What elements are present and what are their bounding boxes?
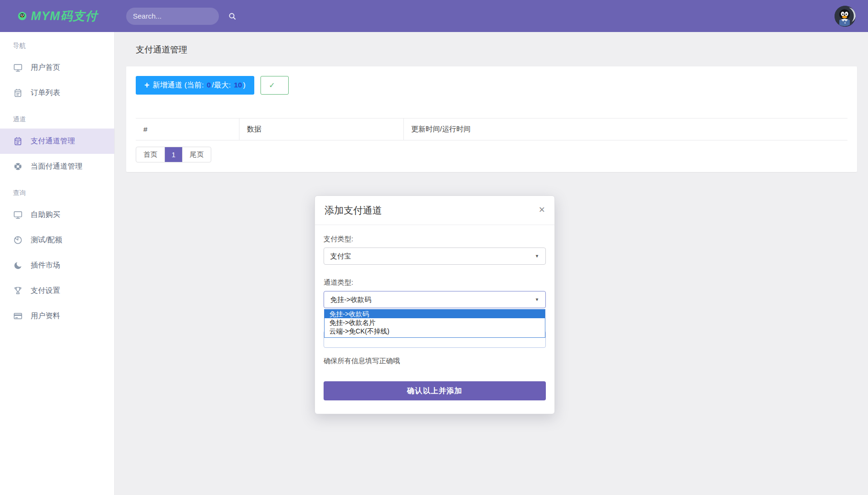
channel-type-select-wrap: 免挂->收款码 ▼ 免挂->收款码 免挂->收款名片 云端->免CK(不掉线) [324,291,546,308]
channel-type-value: 免挂->收款码 [330,295,371,304]
record-count-badge: ✓ [260,76,289,95]
sidebar-section-query: 查询 [0,179,114,202]
moon-icon [13,260,23,270]
payment-type-label: 支付类型: [324,235,546,244]
max-count: 10 [233,81,243,89]
table-header-row: # 数据 更新时间/运行时间 [136,118,847,140]
sidebar-item-test-quota[interactable]: 测试/配额 [0,227,114,253]
sidebar-item-self-buy[interactable]: 自助购买 [0,202,114,227]
search-box [126,8,219,25]
sidebar-item-label: 支付通道管理 [31,136,75,146]
logo-icon [17,11,27,21]
payment-type-value: 支付宝 [330,252,351,261]
sidebar-item-label: 自助购买 [31,210,60,220]
payment-type-select[interactable]: 支付宝 ▼ [324,248,546,265]
channel-table: # 数据 更新时间/运行时间 [136,118,847,140]
check-icon: ✓ [269,81,275,90]
dropdown-option-3[interactable]: 云端->免CK(不掉线) [325,327,545,335]
sidebar-item-label: 当面付通道管理 [31,161,83,172]
page-title: 支付通道管理 [136,44,868,55]
add-channel-label: 新增通道 (当前: 0/最大: 10) [153,80,246,90]
pagination-last[interactable]: 尾页 [182,147,211,162]
monitor-icon [13,63,23,73]
sidebar-section-channel: 通道 [0,106,114,129]
search-icon[interactable] [228,12,237,21]
top-navbar: MYM码支付 [0,0,868,32]
current-count: 0 [206,81,212,89]
dropdown-option-1[interactable]: 免挂->收款码 [325,310,545,318]
sidebar-item-label: 用户资料 [31,311,60,321]
column-header-data: 数据 [239,118,403,140]
sidebar-item-label: 测试/配额 [31,235,62,245]
sidebar-item-label: 插件市场 [31,260,60,270]
sidebar: 导航 用户首页 订单列表 通道 支付通道 [0,32,115,495]
sidebar-item-f2f-channel[interactable]: 当面付通道管理 [0,154,114,179]
add-channel-button[interactable]: + 新增通道 (当前: 0/最大: 10) [136,76,254,95]
pie-chart-icon [13,235,23,245]
chevron-down-icon: ▼ [535,254,539,258]
sidebar-item-user-profile[interactable]: 用户资料 [0,303,114,329]
sidebar-item-label: 用户首页 [31,63,60,73]
sidebar-item-user-home[interactable]: 用户首页 [0,55,114,80]
pagination-first[interactable]: 首页 [136,147,164,162]
lifering-icon [13,161,23,172]
credit-card-icon [13,311,23,321]
pagination-page-1[interactable]: 1 [164,147,182,162]
sidebar-section-nav: 导航 [0,32,114,55]
modal-header: 添加支付通道 × [315,196,554,225]
channel-type-label: 通道类型: [324,278,546,287]
column-header-index: # [136,118,239,140]
pagination: 首页 1 尾页 [136,147,211,162]
sidebar-item-label: 订单列表 [31,88,60,98]
logo[interactable]: MYM码支付 [0,8,115,24]
sidebar-item-plugin-market[interactable]: 插件市场 [0,253,114,278]
sidebar-item-order-list[interactable]: 订单列表 [0,80,114,106]
toolbar: + 新增通道 (当前: 0/最大: 10) ✓ [136,76,847,95]
chevron-down-icon: ▼ [535,297,539,302]
channel-card: + 新增通道 (当前: 0/最大: 10) ✓ # 数据 更新时间/运行时间 [126,66,857,172]
clipboard-icon [13,88,23,98]
channel-type-select[interactable]: 免挂->收款码 ▼ [324,291,546,308]
modal-hint: 确保所有信息填写正确哦 [324,356,546,366]
sidebar-item-payment-settings[interactable]: 支付设置 [0,278,114,303]
add-channel-modal: 添加支付通道 × 支付类型: 支付宝 ▼ 通道类型: 免挂->收款码 ▼ 免挂-… [315,195,555,414]
plus-icon: + [144,80,150,90]
search-input[interactable] [133,12,228,20]
sidebar-item-payment-channel[interactable]: 支付通道管理 [0,129,114,154]
user-avatar[interactable] [835,6,856,27]
modal-title: 添加支付通道 [325,204,382,217]
close-icon[interactable]: × [537,203,547,217]
logo-text: MYM码支付 [31,8,98,24]
channel-type-dropdown: 免挂->收款码 免挂->收款名片 云端->免CK(不掉线) [324,309,545,338]
page: MYM码支付 [0,0,868,495]
sidebar-item-label: 支付设置 [31,286,60,296]
confirm-add-button[interactable]: 确认以上并添加 [324,381,546,400]
modal-body: 支付类型: 支付宝 ▼ 通道类型: 免挂->收款码 ▼ 免挂->收款码 免挂->… [315,225,554,414]
clipboard-icon [13,136,23,146]
dropdown-option-2[interactable]: 免挂->收款名片 [325,318,545,327]
trophy-icon [13,286,23,296]
monitor-icon [13,210,23,220]
column-header-time: 更新时间/运行时间 [403,118,847,140]
